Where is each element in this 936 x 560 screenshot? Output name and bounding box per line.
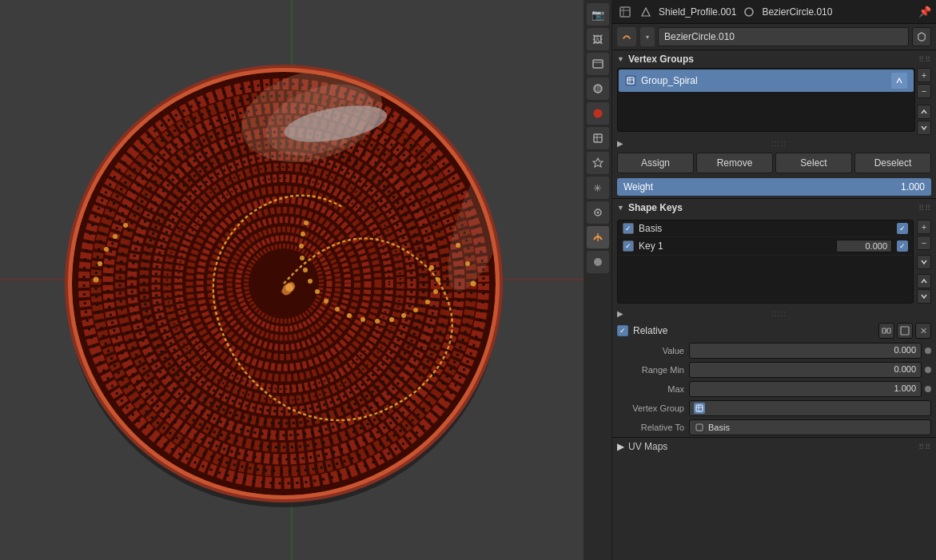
sk-controls-row: ▶ ::::: (612, 307, 936, 320)
svg-point-64 (465, 261, 470, 266)
sk-top-buttons: + − (917, 220, 931, 250)
uv-maps-arrow: ▶ (617, 441, 624, 452)
sk-value-label: Value (617, 346, 689, 355)
vertex-group-item[interactable]: Group_Spiral (619, 70, 914, 92)
sk-remove-btn[interactable]: − (917, 236, 931, 250)
sk-scroll-list[interactable]: ✓ Basis ✓ ✓ Key 1 0.000 ✓ (617, 220, 914, 304)
svg-point-62 (123, 223, 128, 228)
physics-btn[interactable] (587, 201, 609, 224)
topbar-obj2-name: BezierCircle.010 (762, 6, 832, 18)
weight-field[interactable]: Weight 1.000 (617, 178, 931, 196)
object-shield-btn[interactable] (912, 27, 931, 46)
vg-func-btn[interactable] (891, 73, 907, 89)
sk-key1-check[interactable]: ✓ (623, 240, 634, 252)
3d-viewport[interactable] (0, 0, 584, 560)
sk-side-buttons: + − (917, 220, 931, 304)
sk-view-icon-btn[interactable] (897, 323, 913, 339)
object-icon-btn[interactable] (617, 27, 636, 46)
relative-checkbox[interactable]: ✓ (617, 325, 628, 336)
sk-down-btn[interactable] (917, 289, 931, 304)
render-properties-btn[interactable]: 📷 (587, 3, 609, 26)
svg-rect-80 (620, 7, 630, 17)
shape-keys-arrow: ▼ (617, 204, 624, 212)
sk-value-row: Value 0.000 (612, 341, 936, 360)
sk-range-min-field[interactable]: 0.000 (689, 362, 922, 378)
svg-rect-67 (593, 60, 603, 68)
select-btn[interactable]: Select (775, 153, 852, 173)
sk-value-field[interactable]: 0.000 (689, 343, 922, 359)
deselect-btn[interactable]: Deselect (854, 153, 931, 173)
vg-scroll-list[interactable]: Group_Spiral (617, 68, 915, 132)
svg-point-72 (593, 109, 602, 118)
modifier-properties-btn[interactable] (587, 152, 609, 174)
sk-range-min-dot[interactable] (925, 367, 931, 373)
material-properties-btn[interactable] (587, 251, 609, 273)
vg-mini-arrow[interactable]: ▶ (617, 139, 623, 148)
svg-point-56 (301, 232, 305, 236)
shape-keys-drag: ⠿⠿ (918, 204, 931, 212)
shape-keys-header[interactable]: ▼ Shape Keys ⠿⠿ (612, 198, 936, 216)
vertex-groups-drag: ⠿⠿ (918, 55, 931, 64)
sk-arrow-buttons (917, 274, 931, 304)
svg-point-61 (113, 234, 117, 239)
object-dropdown-btn[interactable]: ▾ (640, 27, 655, 46)
particles-btn[interactable]: ✳ (587, 177, 609, 199)
shape-key-basis[interactable]: ✓ Basis ✓ (618, 220, 913, 237)
vg-add-btn[interactable]: + (917, 68, 931, 82)
shape-key-list: ✓ Basis ✓ ✓ Key 1 0.000 ✓ + − (612, 216, 936, 307)
uv-maps-header[interactable]: ▶ UV Maps ⠿⠿ (612, 437, 936, 455)
svg-point-51 (315, 289, 320, 294)
vg-action-buttons: Assign Remove Select Deselect (612, 150, 936, 176)
sk-chevron-btn[interactable] (917, 255, 931, 269)
svg-point-45 (389, 317, 394, 322)
shape-key-1[interactable]: ✓ Key 1 0.000 ✓ (618, 237, 913, 256)
object-name-input[interactable] (658, 27, 909, 46)
vg-down-btn[interactable] (917, 121, 931, 135)
topbar-obj1-icon (638, 4, 654, 20)
svg-point-77 (596, 212, 599, 214)
sk-mini-arrow[interactable]: ▶ (617, 309, 623, 318)
svg-point-42 (425, 300, 430, 304)
svg-point-50 (324, 299, 329, 304)
sk-link-icon-btn[interactable] (878, 323, 894, 339)
vertex-groups-header[interactable]: ▼ Vertex Groups ⠿⠿ (612, 50, 936, 68)
sk-key1-end-check[interactable]: ✓ (897, 240, 908, 252)
vertex-groups-label: Vertex Groups (628, 54, 694, 65)
sk-add-btn[interactable]: + (917, 220, 931, 234)
vg-dots: ::::: (627, 139, 931, 148)
svg-point-53 (303, 268, 308, 272)
assign-btn[interactable]: Assign (617, 153, 694, 173)
vg-up-btn[interactable] (917, 105, 931, 119)
sk-key1-name: Key 1 (639, 240, 831, 252)
vg-remove-btn[interactable]: − (917, 84, 931, 98)
object-properties-btn[interactable] (587, 127, 609, 149)
remove-btn[interactable]: Remove (696, 153, 773, 173)
svg-point-60 (104, 247, 109, 252)
object-data-btn[interactable] (587, 226, 609, 248)
sk-close-btn[interactable]: ✕ (915, 323, 931, 339)
sk-up-btn[interactable] (917, 274, 931, 288)
topbar-obj2-icon (741, 4, 757, 20)
sk-max-field[interactable]: 1.000 (689, 381, 922, 397)
sk-value-dot[interactable] (925, 348, 931, 354)
properties-main: Shield_Profile.001 BezierCircle.010 📌 ▾ (612, 0, 936, 560)
sk-basis-end-check[interactable]: ✓ (897, 223, 908, 234)
sk-basis-check[interactable]: ✓ (623, 223, 634, 234)
properties-scroll[interactable]: ▾ ▼ Vertex Groups ⠿⠿ (612, 24, 936, 560)
view-layer-btn[interactable] (587, 53, 609, 75)
sk-rel-to-icon (694, 422, 705, 433)
sk-max-dot[interactable] (925, 386, 931, 392)
world-properties-btn[interactable] (587, 102, 609, 125)
svg-point-83 (745, 8, 753, 16)
svg-point-46 (375, 319, 380, 324)
topbar-obj1-name: Shield_Profile.001 (659, 6, 736, 18)
svg-rect-73 (594, 134, 602, 142)
scene-properties-btn[interactable] (587, 77, 609, 100)
topbar-pin-btn[interactable]: 📌 (918, 6, 931, 18)
sk-range-min-row: Range Min 0.000 (612, 360, 936, 379)
sk-key1-value[interactable]: 0.000 (836, 240, 892, 252)
output-properties-btn[interactable]: 🖼 (587, 28, 609, 50)
topbar-menu-icon[interactable] (617, 4, 633, 20)
sk-relative-to-field[interactable]: Basis (689, 419, 931, 435)
sk-vg-field[interactable] (689, 400, 931, 416)
